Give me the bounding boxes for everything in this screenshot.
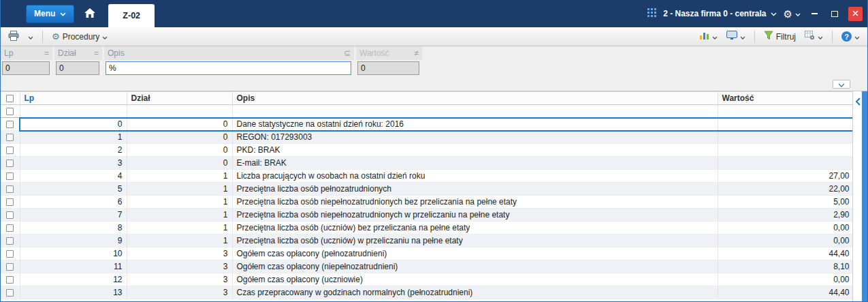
- cell-wartosc: 44,40: [718, 247, 852, 260]
- cell-opis: [232, 105, 718, 118]
- row-checkbox[interactable]: [6, 185, 14, 193]
- table-row[interactable]: 9 1 Przeciętna liczba osób (uczniów) w p…: [1, 235, 852, 247]
- row-checkbox[interactable]: [6, 224, 14, 232]
- titlebar-left: Menu Z-02: [1, 0, 155, 27]
- titlebar: Menu Z-02 2 - Nasza firma 0 - centrala ⚙: [1, 0, 867, 27]
- cell-lp: 11: [20, 260, 127, 273]
- row-checkbox-cell: [1, 105, 20, 118]
- row-checkbox[interactable]: [6, 237, 14, 245]
- table-row[interactable]: 2 0 PKD: BRAK: [1, 144, 852, 157]
- row-checkbox-cell: [1, 170, 20, 183]
- company-selector[interactable]: 2 - Nasza firma 0 - centrala: [663, 9, 776, 18]
- filter-operator-opis[interactable]: ⊆: [344, 48, 351, 58]
- chevron-down-icon: [102, 32, 108, 42]
- collapse-panel-icon[interactable]: [855, 97, 861, 108]
- filter-expand-button[interactable]: [833, 80, 850, 89]
- cell-wartosc: 27,00: [718, 170, 852, 183]
- row-checkbox[interactable]: [6, 289, 14, 297]
- table-row[interactable]: 6 1 Przeciętna liczba osób niepełnozatru…: [1, 196, 852, 209]
- row-checkbox[interactable]: [6, 147, 14, 154]
- table-row[interactable]: 11 3 Ogółem czas opłacony (niepełnozatru…: [1, 260, 852, 273]
- filter-input-dzial[interactable]: [56, 61, 99, 75]
- chevron-down-icon: [854, 32, 860, 42]
- column-header-wartosc[interactable]: Wartość: [718, 92, 852, 105]
- table-row[interactable]: 7 1 Przeciętna liczba osób niepełnozatru…: [1, 209, 852, 222]
- procedury-button[interactable]: ⚙ Procedury: [49, 31, 110, 43]
- filter-operator-wartosc[interactable]: ≠: [414, 48, 419, 58]
- settings-menu-button[interactable]: ⚙: [784, 9, 801, 19]
- table-row[interactable]: 3 0 E-mail: BRAK: [1, 157, 852, 170]
- right-rail: [852, 91, 867, 301]
- close-button[interactable]: [848, 7, 863, 21]
- cell-dzial: 3: [127, 286, 232, 299]
- table-row[interactable]: 5 1 Przeciętna liczba osób pełnozatrudni…: [1, 183, 852, 196]
- cell-opis: Przeciętna liczba osób pełnozatrudnionyc…: [232, 183, 718, 196]
- filter-input-opis[interactable]: [106, 61, 351, 75]
- cell-opis: Przeciętna liczba osób (uczniów) w przel…: [232, 235, 718, 247]
- column-header-dzial[interactable]: Dział: [127, 92, 232, 105]
- filter-operator-lp[interactable]: =: [44, 48, 49, 58]
- cell-opis: Ogółem czas opłacony (uczniowie): [232, 273, 718, 286]
- table-row[interactable]: 8 1 Przeciętna liczba osób (uczniów) bez…: [1, 222, 852, 235]
- chevron-down-icon: [838, 80, 845, 89]
- chevron-down-icon: [795, 9, 801, 18]
- chart-button[interactable]: [696, 29, 720, 44]
- chevron-down-icon: [771, 9, 777, 18]
- row-checkbox[interactable]: [6, 276, 14, 284]
- view-button[interactable]: [724, 29, 748, 44]
- cell-lp: 4: [20, 170, 127, 183]
- row-checkbox[interactable]: [6, 211, 14, 219]
- table-row[interactable]: 13 3 Czas przepracowany w godzinach norm…: [1, 286, 852, 299]
- filter-input-wartosc[interactable]: [357, 61, 419, 75]
- side-panel-strip[interactable]: [862, 91, 867, 301]
- filtruj-button[interactable]: Filtruj: [761, 29, 799, 44]
- column-header-opis[interactable]: Opis: [232, 92, 718, 105]
- header-row: Lp Dział Opis Wartość: [1, 92, 852, 105]
- toolbar-separator: [42, 31, 43, 43]
- filter-column-dzial: Dział =: [54, 46, 102, 75]
- vertical-scrollbar[interactable]: [852, 91, 862, 301]
- chevron-down-icon: [818, 32, 823, 42]
- row-checkbox[interactable]: [6, 121, 14, 128]
- table-row[interactable]: 4 1 Liczba pracujących w osobach na osta…: [1, 170, 852, 183]
- grid-settings-button[interactable]: [802, 29, 826, 44]
- print-button[interactable]: [5, 29, 22, 44]
- table-row[interactable]: 1 0 REGON: 017293003: [1, 131, 852, 144]
- filter-column-wartosc: Wartość ≠: [356, 46, 422, 75]
- maximize-button[interactable]: [828, 7, 841, 20]
- table-row[interactable]: 12 3 Ogółem czas opłacony (uczniowie) 0,…: [1, 273, 852, 286]
- home-button[interactable]: [84, 8, 95, 20]
- print-dropdown-button[interactable]: [25, 31, 36, 43]
- company-label: 2 - Nasza firma 0 - centrala: [663, 9, 766, 18]
- table-gear-icon: [805, 31, 815, 42]
- cell-lp: 3: [20, 157, 127, 170]
- table-row[interactable]: 0 0 Dane statystyczne na ostatni dzień r…: [1, 118, 852, 131]
- cell-wartosc: [718, 144, 852, 157]
- row-checkbox[interactable]: [6, 172, 14, 180]
- select-all-checkbox[interactable]: [6, 95, 14, 102]
- toolbar-separator: [832, 31, 833, 43]
- row-checkbox[interactable]: [6, 160, 14, 167]
- row-checkbox[interactable]: [6, 198, 14, 206]
- row-checkbox-cell: [1, 222, 20, 235]
- column-header-lp[interactable]: Lp: [20, 92, 127, 105]
- filter-input-lp[interactable]: [2, 61, 50, 75]
- cell-dzial: [127, 105, 232, 118]
- row-checkbox[interactable]: [6, 134, 14, 141]
- tab-z02[interactable]: Z-02: [108, 4, 155, 27]
- insert-row[interactable]: [1, 105, 852, 118]
- row-checkbox[interactable]: [6, 108, 14, 115]
- cell-dzial: 3: [127, 260, 232, 273]
- row-checkbox[interactable]: [6, 263, 14, 271]
- help-button[interactable]: ?: [839, 30, 863, 43]
- filter-column-opis: Opis ⊆: [104, 46, 354, 75]
- bar-chart-icon: [699, 31, 709, 42]
- apps-grid-icon[interactable]: [647, 8, 656, 19]
- table-row[interactable]: 10 3 Ogółem czas opłacony (pełnozatrudni…: [1, 247, 852, 260]
- cell-opis: Czas przepracowany w godzinach normalnyc…: [232, 286, 718, 299]
- cell-lp: 5: [20, 183, 127, 196]
- minimize-button[interactable]: [807, 7, 821, 20]
- filter-operator-dzial[interactable]: =: [94, 48, 99, 58]
- menu-button[interactable]: Menu: [26, 5, 74, 23]
- row-checkbox[interactable]: [6, 250, 14, 258]
